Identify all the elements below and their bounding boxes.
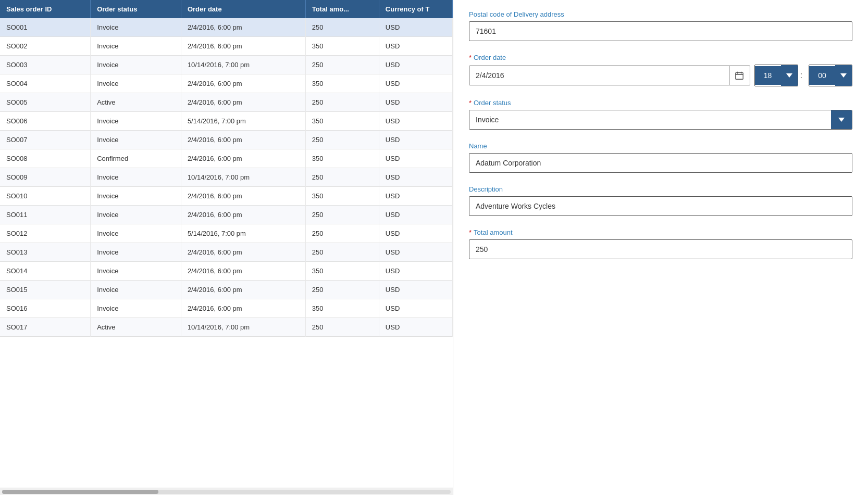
cell-date: 2/4/2016, 6:00 pm [181, 243, 305, 262]
cell-date: 2/4/2016, 6:00 pm [181, 149, 305, 168]
cell-date: 2/4/2016, 6:00 pm [181, 74, 305, 93]
hour-select-wrapper: 18 [754, 65, 798, 86]
cell-status: Active [91, 318, 181, 337]
cell-id: SO015 [0, 281, 91, 299]
table-row[interactable]: SO016Invoice2/4/2016, 6:00 pm350USD [0, 299, 453, 318]
cell-id: SO009 [0, 168, 91, 187]
hour-value: 18 [755, 66, 781, 85]
table-row[interactable]: SO006Invoice5/14/2016, 7:00 pm350USD [0, 112, 453, 131]
hour-dropdown-button[interactable] [781, 65, 798, 86]
cell-status: Invoice [91, 299, 181, 318]
date-time-row: 18 : 00 [469, 65, 852, 86]
cell-date: 5/14/2016, 7:00 pm [181, 224, 305, 243]
postal-code-group: Postal code of Delivery address [469, 10, 852, 41]
h-scrollbar-track [2, 490, 451, 494]
cell-id: SO001 [0, 18, 91, 37]
cell-currency: USD [379, 262, 452, 281]
table-row[interactable]: SO010Invoice2/4/2016, 6:00 pm350USD [0, 187, 453, 206]
col-header-date[interactable]: Order date [181, 0, 305, 18]
minute-dropdown-button[interactable] [835, 65, 852, 86]
table-row[interactable]: SO001Invoice2/4/2016, 6:00 pm250USD [0, 18, 453, 37]
cell-status: Invoice [91, 112, 181, 131]
cell-status: Invoice [91, 168, 181, 187]
cell-id: SO002 [0, 37, 91, 56]
description-group: Description [469, 185, 852, 216]
cell-amount: 250 [305, 131, 379, 149]
description-input[interactable] [469, 196, 852, 216]
cell-currency: USD [379, 299, 452, 318]
cell-currency: USD [379, 149, 452, 168]
col-header-currency[interactable]: Currency of T [379, 0, 452, 18]
cell-date: 2/4/2016, 6:00 pm [181, 18, 305, 37]
minute-value: 00 [809, 66, 835, 85]
order-status-dropdown-arrow [838, 118, 845, 122]
table-row[interactable]: SO003Invoice10/14/2016, 7:00 pm250USD [0, 56, 453, 74]
order-date-required-star: * [469, 54, 472, 61]
cell-status: Active [91, 93, 181, 112]
table-row[interactable]: SO011Invoice2/4/2016, 6:00 pm250USD [0, 206, 453, 224]
cell-amount: 250 [305, 168, 379, 187]
cell-status: Invoice [91, 206, 181, 224]
order-status-dropdown-button[interactable] [831, 110, 852, 129]
table-row[interactable]: SO009Invoice10/14/2016, 7:00 pm250USD [0, 168, 453, 187]
table-wrapper[interactable]: Sales order ID Order status Order date T… [0, 0, 453, 488]
cell-id: SO016 [0, 299, 91, 318]
cell-amount: 250 [305, 206, 379, 224]
name-input[interactable] [469, 153, 852, 173]
cell-currency: USD [379, 93, 452, 112]
cell-date: 10/14/2016, 7:00 pm [181, 56, 305, 74]
table-row[interactable]: SO017Active10/14/2016, 7:00 pm250USD [0, 318, 453, 337]
cell-date: 2/4/2016, 6:00 pm [181, 206, 305, 224]
calendar-button[interactable] [729, 66, 750, 85]
table-row[interactable]: SO004Invoice2/4/2016, 6:00 pm350USD [0, 74, 453, 93]
svg-rect-0 [736, 73, 743, 80]
postal-code-label: Postal code of Delivery address [469, 10, 852, 18]
col-header-status[interactable]: Order status [91, 0, 181, 18]
cell-id: SO011 [0, 206, 91, 224]
cell-amount: 250 [305, 224, 379, 243]
cell-date: 10/14/2016, 7:00 pm [181, 168, 305, 187]
col-header-amount[interactable]: Total amo... [305, 0, 379, 18]
postal-code-input[interactable] [469, 21, 852, 41]
cell-currency: USD [379, 224, 452, 243]
cell-status: Invoice [91, 74, 181, 93]
h-scrollbar-thumb[interactable] [2, 490, 158, 494]
table-panel: Sales order ID Order status Order date T… [0, 0, 453, 495]
cell-amount: 250 [305, 281, 379, 299]
sales-orders-table: Sales order ID Order status Order date T… [0, 0, 453, 337]
cell-id: SO010 [0, 187, 91, 206]
cell-status: Invoice [91, 37, 181, 56]
table-row[interactable]: SO015Invoice2/4/2016, 6:00 pm250USD [0, 281, 453, 299]
order-status-select-wrapper: Invoice [469, 110, 852, 130]
cell-currency: USD [379, 187, 452, 206]
cell-currency: USD [379, 18, 452, 37]
table-row[interactable]: SO007Invoice2/4/2016, 6:00 pm250USD [0, 131, 453, 149]
horizontal-scrollbar[interactable] [0, 488, 453, 495]
cell-status: Confirmed [91, 149, 181, 168]
table-row[interactable]: SO008Confirmed2/4/2016, 6:00 pm350USD [0, 149, 453, 168]
cell-status: Invoice [91, 131, 181, 149]
table-row[interactable]: SO012Invoice5/14/2016, 7:00 pm250USD [0, 224, 453, 243]
cell-currency: USD [379, 112, 452, 131]
calendar-icon [735, 71, 744, 80]
total-amount-required-star: * [469, 229, 472, 236]
cell-id: SO013 [0, 243, 91, 262]
table-row[interactable]: SO002Invoice2/4/2016, 6:00 pm350USD [0, 37, 453, 56]
table-row[interactable]: SO005Active2/4/2016, 6:00 pm250USD [0, 93, 453, 112]
order-date-input[interactable] [469, 66, 729, 85]
cell-status: Invoice [91, 224, 181, 243]
col-header-id[interactable]: Sales order ID [0, 0, 91, 18]
table-row[interactable]: SO014Invoice2/4/2016, 6:00 pm350USD [0, 262, 453, 281]
table-row[interactable]: SO013Invoice2/4/2016, 6:00 pm250USD [0, 243, 453, 262]
cell-currency: USD [379, 318, 452, 337]
cell-amount: 250 [305, 93, 379, 112]
order-date-group: *Order date 18 [469, 54, 852, 86]
cell-amount: 350 [305, 262, 379, 281]
total-amount-label: *Total amount [469, 229, 852, 236]
total-amount-group: *Total amount [469, 229, 852, 259]
cell-amount: 350 [305, 74, 379, 93]
cell-date: 10/14/2016, 7:00 pm [181, 318, 305, 337]
order-status-group: *Order status Invoice [469, 99, 852, 130]
cell-date: 2/4/2016, 6:00 pm [181, 262, 305, 281]
total-amount-input[interactable] [469, 239, 852, 259]
